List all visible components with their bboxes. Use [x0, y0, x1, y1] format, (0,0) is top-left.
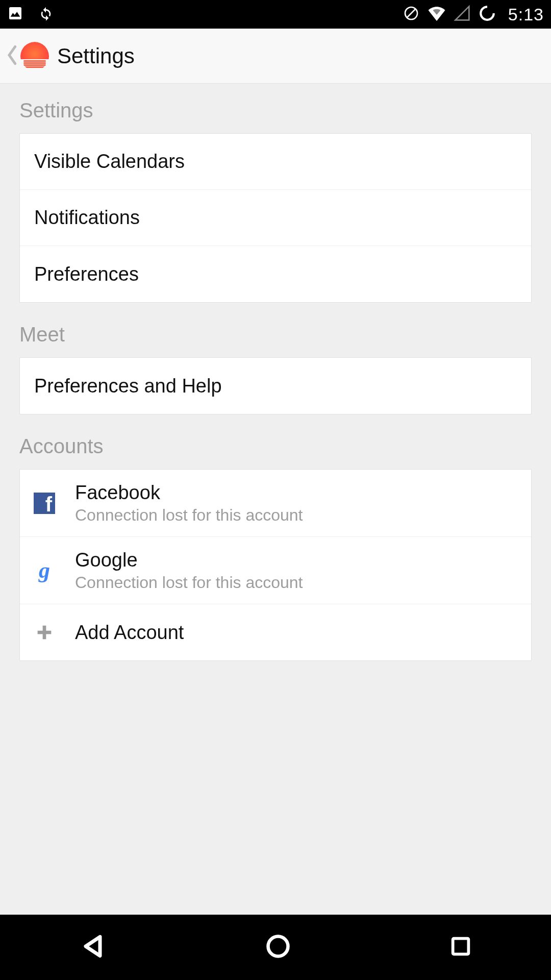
list-item-label: Visible Calendars [34, 151, 185, 173]
list-item-label: Preferences and Help [34, 375, 222, 397]
settings-list: Visible Calendars Notifications Preferen… [19, 133, 532, 303]
status-bar: 5:13 [0, 0, 551, 29]
meet-list: Preferences and Help [19, 357, 532, 414]
section-title-meet: Meet [0, 323, 551, 357]
cell-signal-icon [454, 5, 470, 23]
account-label: Google [75, 549, 303, 571]
refresh-icon [38, 5, 54, 23]
loading-circle-icon [479, 5, 496, 24]
preferences-item[interactable]: Preferences [20, 246, 531, 302]
status-clock: 5:13 [508, 5, 544, 24]
section-title-accounts: Accounts [0, 435, 551, 469]
facebook-icon [30, 493, 59, 514]
visible-calendars-item[interactable]: Visible Calendars [20, 134, 531, 190]
notifications-item[interactable]: Notifications [20, 190, 531, 246]
wifi-icon [428, 6, 446, 23]
plus-icon [30, 622, 59, 643]
picture-icon [7, 5, 23, 23]
add-account-item[interactable]: Add Account [20, 604, 531, 660]
list-item-label: Preferences [34, 263, 139, 285]
android-nav-bar [0, 915, 551, 980]
sunrise-logo-icon [20, 42, 49, 70]
svg-point-3 [268, 937, 288, 957]
accounts-list: Facebook Connection lost for this accoun… [19, 469, 532, 661]
nav-home-button[interactable] [265, 933, 291, 962]
nav-back-button[interactable] [79, 932, 107, 963]
nav-recent-button[interactable] [449, 935, 472, 960]
account-label: Facebook [75, 482, 303, 504]
list-item-label: Notifications [34, 207, 140, 229]
back-button[interactable] [6, 45, 20, 67]
list-item-label: Add Account [75, 622, 184, 644]
svg-rect-4 [453, 939, 468, 954]
no-entry-icon [403, 5, 419, 23]
app-header: Settings [0, 29, 551, 84]
account-status: Connection lost for this account [75, 506, 303, 525]
app-header-title: Settings [57, 44, 135, 68]
settings-screen: Settings Visible Calendars Notifications… [0, 84, 551, 915]
preferences-and-help-item[interactable]: Preferences and Help [20, 358, 531, 414]
section-title-settings: Settings [0, 99, 551, 133]
account-google[interactable]: g Google Connection lost for this accoun… [20, 537, 531, 604]
google-icon: g [30, 557, 59, 583]
account-status: Connection lost for this account [75, 573, 303, 592]
account-facebook[interactable]: Facebook Connection lost for this accoun… [20, 470, 531, 537]
